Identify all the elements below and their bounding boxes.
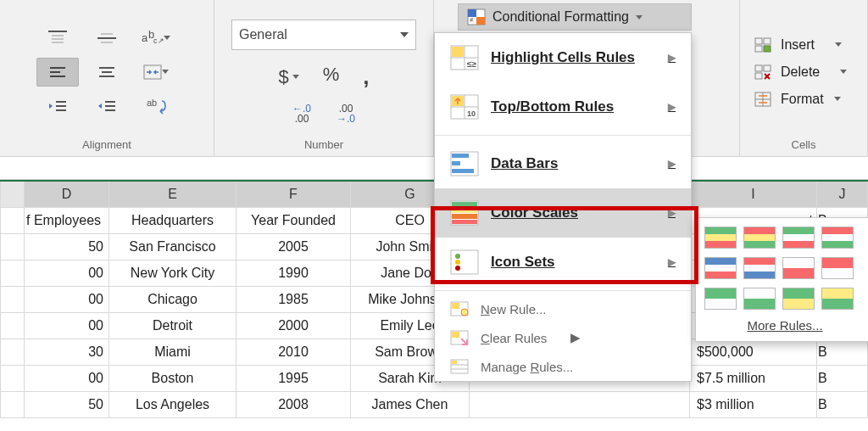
merge-center-button[interactable] (135, 58, 177, 87)
insert-icon (754, 36, 772, 53)
color-scale-swatch[interactable] (782, 288, 815, 310)
menu-icon-sets[interactable]: Icon Sets▶ (435, 238, 691, 287)
number-group-label: Number (223, 138, 425, 154)
color-scale-swatch[interactable] (704, 257, 737, 279)
number-format-value: General (239, 27, 287, 42)
alignment-group-label: Alignment (8, 138, 205, 154)
format-button[interactable]: Format (754, 91, 841, 108)
svg-rect-55 (451, 250, 478, 274)
color-scale-swatch[interactable] (782, 227, 815, 249)
svg-rect-53 (452, 214, 477, 219)
wrap-text-button[interactable]: ab (135, 92, 177, 120)
color-scales-submenu: More Rules... (695, 217, 868, 342)
conditional-formatting-icon: ≠ (467, 8, 486, 25)
cells-group: Insert Delete Format Cells (740, 0, 868, 156)
svg-rect-49 (452, 169, 474, 173)
svg-rect-39 (452, 47, 464, 57)
insert-button[interactable]: Insert (754, 36, 842, 53)
svg-text:a: a (142, 31, 148, 44)
menu-manage-rules[interactable]: Manage Rules... (435, 352, 691, 381)
new-rule-icon (450, 301, 469, 316)
align-middle-button[interactable] (86, 24, 128, 53)
svg-rect-52 (452, 208, 477, 213)
color-scale-swatch[interactable] (704, 288, 737, 310)
svg-rect-54 (452, 220, 477, 224)
svg-rect-24 (755, 38, 762, 44)
color-scales-icon (450, 200, 479, 226)
align-left-button[interactable] (36, 58, 79, 87)
icon-sets-icon (450, 249, 479, 275)
svg-rect-51 (452, 202, 477, 207)
color-scale-swatch[interactable] (743, 257, 776, 279)
color-scale-swatch[interactable] (743, 227, 776, 249)
color-scale-swatch[interactable] (821, 257, 854, 279)
svg-point-61 (461, 309, 468, 316)
cells-group-label: Cells (748, 138, 859, 154)
svg-text:≤≥: ≤≥ (467, 59, 476, 69)
data-bars-icon (450, 151, 479, 176)
svg-rect-60 (452, 303, 459, 309)
svg-text:c↗: c↗ (153, 36, 164, 45)
number-format-combo[interactable]: General (231, 20, 416, 50)
col-header-J[interactable]: J (817, 181, 868, 208)
more-rules-link[interactable]: More Rules... (704, 318, 865, 333)
svg-rect-25 (764, 38, 771, 44)
svg-rect-48 (452, 161, 460, 165)
manage-rules-icon (450, 359, 469, 374)
color-scale-swatch[interactable] (704, 227, 737, 249)
menu-color-scales[interactable]: Color Scales▶ (435, 188, 691, 238)
format-icon (754, 91, 772, 108)
alignment-group: abc↗ ab Alignment (0, 0, 214, 156)
menu-clear-rules[interactable]: Clear Rules▶ (435, 323, 691, 352)
color-scale-swatch[interactable] (821, 288, 854, 310)
svg-rect-29 (764, 65, 771, 71)
svg-rect-63 (452, 332, 459, 338)
number-group: General $ % , ←.0 .00 .00 →.0 Number (214, 0, 434, 156)
percent-button[interactable]: % (323, 64, 340, 90)
svg-point-58 (455, 266, 460, 271)
clear-rules-icon (450, 330, 469, 345)
color-scale-swatch[interactable] (821, 227, 854, 249)
color-scale-swatch[interactable] (743, 288, 776, 310)
delete-button[interactable]: Delete (754, 64, 847, 81)
svg-text:10: 10 (467, 109, 476, 118)
svg-rect-26 (755, 46, 762, 52)
svg-point-56 (455, 254, 460, 259)
decrease-indent-button[interactable] (36, 92, 79, 120)
svg-rect-27 (764, 46, 771, 52)
col-header-D[interactable]: D (25, 181, 109, 208)
svg-rect-67 (452, 361, 457, 364)
col-header-I[interactable]: I (690, 181, 817, 208)
caret-down-icon (636, 15, 643, 20)
svg-rect-28 (755, 65, 762, 71)
align-center-button[interactable] (86, 58, 128, 87)
menu-top-bottom-rules[interactable]: 10 Top/Bottom Rules▶ (435, 82, 691, 132)
conditional-formatting-menu: ≤≥ Highlight Cells Rules▶ 10 Top/Bottom … (434, 32, 692, 382)
table-row[interactable]: 50Los Angeles2008James Chen$3 millionB (1, 392, 868, 418)
col-header-F[interactable]: F (236, 181, 351, 208)
color-scales-swatch-grid (704, 227, 865, 310)
top-bottom-icon: 10 (450, 94, 479, 120)
highlight-rules-icon: ≤≥ (450, 45, 479, 70)
svg-rect-47 (452, 154, 469, 158)
svg-text:≠: ≠ (470, 16, 474, 24)
align-top-button[interactable] (36, 24, 79, 53)
currency-button[interactable]: $ (278, 64, 298, 90)
menu-new-rule[interactable]: NNew Rule...ew Rule... (435, 294, 691, 323)
delete-icon (754, 64, 772, 81)
increase-decimal-button[interactable]: ←.0 .00 (292, 104, 311, 124)
svg-text:ab: ab (147, 98, 157, 108)
chevron-down-icon (400, 32, 409, 37)
svg-rect-34 (476, 17, 485, 25)
col-header-E[interactable]: E (109, 181, 236, 208)
comma-button[interactable]: , (363, 64, 369, 90)
svg-point-57 (455, 260, 460, 265)
decrease-decimal-button[interactable]: .00 →.0 (337, 104, 355, 124)
orientation-button[interactable]: abc↗ (135, 24, 177, 53)
color-scale-swatch[interactable] (782, 257, 815, 279)
menu-highlight-cells-rules[interactable]: ≤≥ Highlight Cells Rules▶ (435, 33, 691, 82)
svg-rect-30 (755, 73, 762, 79)
menu-data-bars[interactable]: Data Bars▶ (435, 139, 691, 188)
conditional-formatting-button[interactable]: ≠ Conditional Formatting (458, 3, 692, 31)
increase-indent-button[interactable] (86, 92, 128, 120)
